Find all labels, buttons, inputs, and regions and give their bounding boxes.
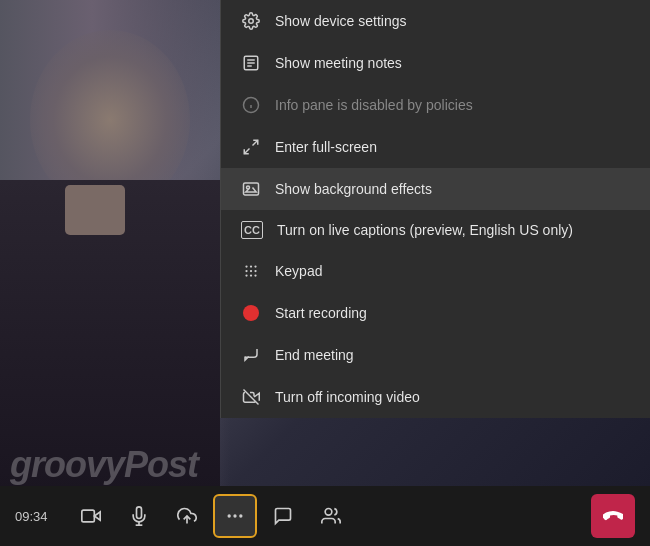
record-icon <box>241 303 261 323</box>
toolbar: 09:34 <box>0 486 650 546</box>
toolbar-time: 09:34 <box>15 509 55 524</box>
menu-item-enter-fullscreen[interactable]: Enter full-screen <box>221 126 650 168</box>
more-options-button[interactable] <box>213 494 257 538</box>
svg-line-9 <box>244 149 249 154</box>
menu-item-label: Keypad <box>275 262 322 280</box>
svg-point-17 <box>254 270 256 272</box>
menu-item-label: Show device settings <box>275 12 407 30</box>
menu-item-label: Show meeting notes <box>275 54 402 72</box>
svg-marker-22 <box>94 512 100 520</box>
svg-point-29 <box>239 514 242 517</box>
more-options-icon <box>225 506 245 526</box>
info-icon <box>241 95 261 115</box>
menu-item-show-background-effects[interactable]: Show background effects <box>221 168 650 210</box>
gear-icon <box>241 11 261 31</box>
menu-item-end-meeting[interactable]: End meeting <box>221 334 650 376</box>
hangup-icon <box>603 506 623 526</box>
menu-item-keypad[interactable]: Keypad <box>221 250 650 292</box>
keypad-icon <box>241 261 261 281</box>
svg-rect-10 <box>244 183 259 195</box>
svg-line-8 <box>253 140 258 145</box>
share-button[interactable] <box>165 494 209 538</box>
captions-icon: CC <box>241 221 263 239</box>
svg-point-14 <box>254 266 256 268</box>
svg-point-18 <box>245 275 247 277</box>
fullscreen-icon <box>241 137 261 157</box>
mic-icon <box>129 506 149 526</box>
menu-item-turn-on-live-captions[interactable]: CC Turn on live captions (preview, Engli… <box>221 210 650 250</box>
svg-point-20 <box>254 275 256 277</box>
svg-point-19 <box>250 275 252 277</box>
svg-point-12 <box>245 266 247 268</box>
context-menu: Show device settings Show meeting notes … <box>220 0 650 418</box>
hangup-button[interactable] <box>591 494 635 538</box>
menu-item-start-recording[interactable]: Start recording <box>221 292 650 334</box>
menu-item-label: Show background effects <box>275 180 432 198</box>
menu-item-turn-off-incoming-video[interactable]: Turn off incoming video <box>221 376 650 418</box>
chat-button[interactable] <box>261 494 305 538</box>
menu-item-show-device-settings[interactable]: Show device settings <box>221 0 650 42</box>
svg-point-0 <box>249 19 254 24</box>
watermark: groovyPost <box>10 444 198 486</box>
video-icon <box>81 506 101 526</box>
svg-point-16 <box>250 270 252 272</box>
background-icon <box>241 179 261 199</box>
menu-item-label: Enter full-screen <box>275 138 377 156</box>
svg-point-13 <box>250 266 252 268</box>
menu-item-label: Info pane is disabled by policies <box>275 96 473 114</box>
menu-item-label: Turn off incoming video <box>275 388 420 406</box>
mic-button[interactable] <box>117 494 161 538</box>
people-button[interactable] <box>309 494 353 538</box>
menu-item-label: Start recording <box>275 304 367 322</box>
svg-point-11 <box>247 186 250 189</box>
svg-point-28 <box>233 514 236 517</box>
menu-item-label: End meeting <box>275 346 354 364</box>
video-button[interactable] <box>69 494 113 538</box>
menu-item-show-meeting-notes[interactable]: Show meeting notes <box>221 42 650 84</box>
share-icon <box>177 506 197 526</box>
end-meeting-icon <box>241 345 261 365</box>
svg-rect-23 <box>82 510 95 522</box>
svg-point-27 <box>228 514 231 517</box>
menu-item-info-pane: Info pane is disabled by policies <box>221 84 650 126</box>
svg-point-15 <box>245 270 247 272</box>
notes-icon <box>241 53 261 73</box>
menu-item-label: Turn on live captions (preview, English … <box>277 221 573 239</box>
svg-point-30 <box>325 509 332 516</box>
turn-off-video-icon <box>241 387 261 407</box>
people-icon <box>321 506 341 526</box>
chat-icon <box>273 506 293 526</box>
